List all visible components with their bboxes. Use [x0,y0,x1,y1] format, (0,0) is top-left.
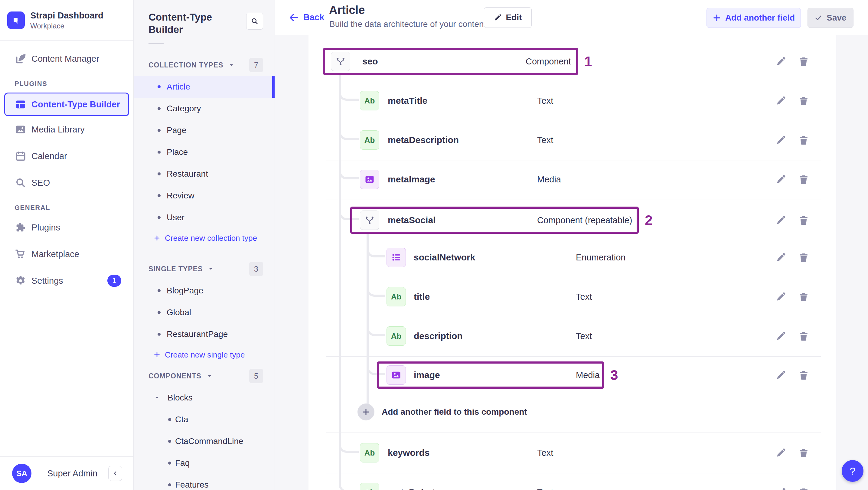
list-item-blogpage[interactable]: BlogPage [134,280,275,302]
edit-button[interactable]: Edit [484,7,532,28]
text-icon: Ab [360,483,379,490]
row-divider [326,278,821,278]
delete-field-button[interactable] [798,251,810,264]
field-type: Text [537,135,553,145]
save-button[interactable]: Save [807,8,854,28]
list-item-restaurant[interactable]: Restaurant [134,163,275,185]
tree-branch [339,87,359,101]
list-item-label: BlogPage [167,286,203,296]
field-name: title [414,292,430,302]
list-item-label: Page [167,125,186,135]
list-item-label: RestaurantPage [167,329,228,339]
edit-field-button[interactable] [775,251,787,264]
delete-field-button[interactable] [798,214,810,226]
sidebar-item-content-manager[interactable]: Content Manager [0,45,133,72]
help-button[interactable]: ? [842,460,864,482]
list-item-blocks[interactable]: Blocks [134,387,275,409]
search-button[interactable] [246,13,263,30]
delete-field-button[interactable] [798,173,810,185]
edit-field-button[interactable] [775,173,787,185]
delete-field-button[interactable] [798,55,810,67]
sidebar-item-label: Content Manager [31,54,99,64]
section-header: SINGLE TYPES3 [149,262,263,276]
gear-icon [14,275,27,287]
list-item-page[interactable]: Page [134,120,275,141]
list-item-label: Global [167,308,191,317]
list-item-global[interactable]: Global [134,302,275,323]
add-field-to-component-label[interactable]: Add another field to this component [382,407,527,417]
edit-field-button[interactable] [775,330,787,342]
list-item-restaurantpage[interactable]: RestaurantPage [134,323,275,345]
create-new-type-link[interactable]: Create new collection type [134,228,275,248]
section-list: BlogPageGlobalRestaurantPage [134,280,275,345]
avatar: SA [12,464,31,483]
back-button[interactable]: Back [288,0,324,35]
sidebar-item-plugins[interactable]: Plugins [0,214,133,241]
list-item-ctacommandline[interactable]: CtaCommandLine [134,430,275,452]
arrow-left-icon [288,12,299,23]
collapse-sidebar-button[interactable] [108,466,122,481]
calendar-icon [14,150,27,162]
list-item-features[interactable]: Features [134,474,275,490]
sidebar-item-marketplace[interactable]: Marketplace [0,241,133,267]
page-title: Article [329,4,365,17]
layout-grid-icon [14,98,27,111]
bullet-icon [168,418,171,421]
add-another-field-button[interactable]: Add another field [707,8,801,28]
strapi-logo-icon [7,11,25,29]
enumeration-icon [386,248,406,267]
text-icon: Ab [360,130,379,150]
annotation-box [377,362,604,389]
list-item-user[interactable]: User [134,207,275,228]
edit-field-button[interactable] [775,486,787,490]
sidebar-item-calendar[interactable]: Calendar [0,143,133,170]
sidebar-item-seo[interactable]: SEO [0,170,133,196]
sidebar-item-content-type-builder[interactable]: Content-Type Builder [4,93,129,116]
create-new-type-link[interactable]: Create new single type [134,345,275,365]
list-item-faq[interactable]: Faq [134,452,275,474]
main-area: Back Article Build the data architecture… [275,0,868,490]
edit-field-button[interactable] [775,291,787,303]
delete-field-button[interactable] [798,330,810,342]
divider [149,43,164,44]
list-item-cta[interactable]: Cta [134,409,275,430]
list-item-category[interactable]: Category [134,98,275,120]
delete-field-button[interactable] [798,369,810,381]
edit-field-button[interactable] [775,55,787,67]
list-item-place[interactable]: Place [134,141,275,163]
add-field-to-component-button[interactable] [358,403,374,421]
delete-field-button[interactable] [798,95,810,107]
caret-down-icon[interactable] [206,373,213,379]
list-item-label: Place [167,147,188,157]
delete-field-button[interactable] [798,447,810,459]
section-count-badge: 5 [249,369,263,383]
edit-field-button[interactable] [775,447,787,459]
workspace-name: Workplace [30,22,103,30]
sidebar-item-media-library[interactable]: Media Library [0,116,133,143]
delete-field-button[interactable] [798,486,810,490]
plus-icon [713,13,721,22]
caret-down-icon[interactable] [154,394,160,401]
sidebar-item-settings[interactable]: Settings1 [0,267,133,294]
field-name: description [414,331,463,341]
field-name: metaTitle [388,96,427,106]
delete-field-button[interactable] [798,291,810,303]
caret-down-icon[interactable] [228,62,235,68]
row-divider [326,473,821,473]
edit-field-button[interactable] [775,214,787,226]
edit-field-button[interactable] [775,134,787,146]
edit-field-button[interactable] [775,95,787,107]
delete-field-button[interactable] [798,134,810,146]
caret-down-icon[interactable] [208,266,214,272]
user-row: SA Super Admin [0,457,133,490]
bullet-icon [158,85,161,88]
list-item-label: Review [167,191,194,201]
tree-branch [339,439,359,453]
search-icon [14,177,27,189]
content-type-builder-sidebar: Content-Type Builder COLLECTION TYPES7Ar… [134,0,275,490]
list-item-review[interactable]: Review [134,185,275,207]
field-name: socialNetwork [414,252,475,263]
edit-field-button[interactable] [775,369,787,381]
pencil-icon [494,13,502,22]
list-item-article[interactable]: Article [134,76,275,98]
